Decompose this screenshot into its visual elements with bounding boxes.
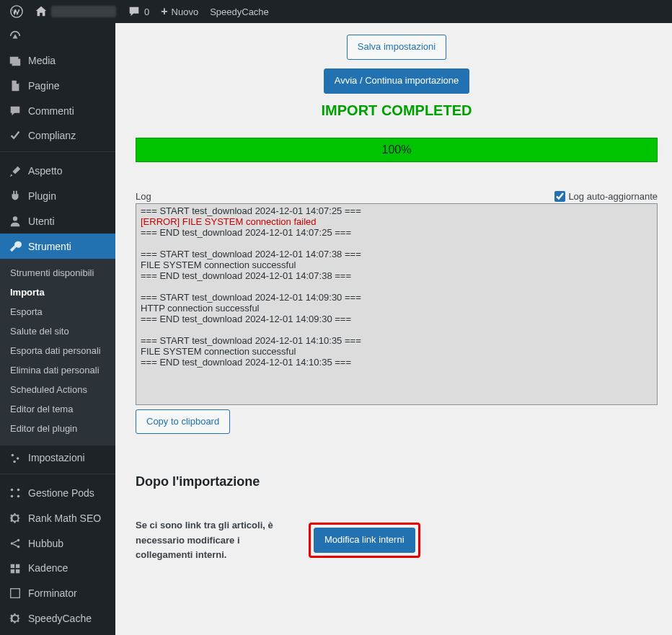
check-icon xyxy=(8,129,22,143)
sidebar-subitem-esporta[interactable]: Esporta xyxy=(0,302,115,321)
sidebar-item-forminator[interactable]: Forminator xyxy=(0,581,115,606)
log-line xyxy=(141,324,653,335)
sidebar-subitem-importa[interactable]: Importa xyxy=(0,283,115,302)
wordpress-icon xyxy=(10,5,23,18)
log-line: === END test_download 2024-12-01 14:10:3… xyxy=(141,357,653,368)
sidebar-item-gestione-pods[interactable]: Gestione Pods xyxy=(0,481,115,506)
svg-point-8 xyxy=(11,495,14,498)
log-output[interactable]: === START test_download 2024-12-01 14:07… xyxy=(136,203,658,405)
wp-logo-link[interactable] xyxy=(4,0,29,23)
sidebar-subitem-editor-del-plugin[interactable]: Editor del plugin xyxy=(0,419,115,438)
user-icon xyxy=(8,214,22,228)
share-icon xyxy=(8,536,22,550)
log-line: HTTP connection successful xyxy=(141,303,653,314)
form-icon xyxy=(8,587,22,600)
sidebar-subitem-strumenti-disponibili[interactable]: Strumenti disponibili xyxy=(0,263,115,283)
sidebar-item-label: Gestione Pods xyxy=(28,487,94,499)
media-icon xyxy=(8,54,22,68)
sidebar-item-label: Commenti xyxy=(28,105,74,117)
wrench-icon xyxy=(8,239,22,253)
gear-icon xyxy=(8,611,22,625)
dashboard-icon xyxy=(8,29,22,43)
log-line: === START test_download 2024-12-01 14:10… xyxy=(141,335,653,346)
sidebar-item-rank-math-seo[interactable]: Rank Math SEO xyxy=(0,505,115,530)
sidebar-item-post-smtp[interactable]: Post SMTP xyxy=(0,631,115,635)
svg-point-9 xyxy=(17,495,20,498)
svg-point-2 xyxy=(13,216,17,221)
log-auto-refresh-label: Log auto-aggiornante xyxy=(568,191,658,202)
svg-point-6 xyxy=(11,489,14,492)
sidebar-item-media[interactable]: Media xyxy=(0,48,115,74)
sidebar-item-label: Impostazioni xyxy=(28,452,85,463)
copy-clipboard-button[interactable]: Copy to clipboard xyxy=(136,409,230,435)
sidebar-item-pagine[interactable]: Pagine xyxy=(0,74,115,99)
log-line: === END test_download 2024-12-01 14:09:3… xyxy=(141,314,653,324)
log-line: === START test_download 2024-12-01 14:07… xyxy=(141,205,653,216)
sidebar-item-label: Plugin xyxy=(28,190,56,202)
svg-point-5 xyxy=(13,460,16,463)
menu-separator xyxy=(0,151,115,156)
sidebar-item-label: Forminator xyxy=(28,587,77,599)
import-status-text: IMPORT COMPLETED xyxy=(136,102,658,119)
main-content: Salva impostazioni Avvia / Continua impo… xyxy=(115,23,672,635)
plug-icon xyxy=(8,190,22,203)
svg-rect-15 xyxy=(11,569,14,573)
svg-rect-14 xyxy=(16,564,19,567)
sidebar-item-hubbub[interactable]: Hubbub xyxy=(0,530,115,556)
sidebar-subitem-elimina-dati-personali[interactable]: Elimina dati personali xyxy=(0,360,115,380)
save-settings-button[interactable]: Salva impostazioni xyxy=(347,35,446,60)
sidebar-item-aspetto[interactable]: Aspetto xyxy=(0,159,115,184)
svg-rect-16 xyxy=(16,569,19,573)
after-import-title: Dopo l'importazione xyxy=(136,474,658,489)
sidebar-item-plugin[interactable]: Plugin xyxy=(0,184,115,209)
log-auto-refresh-toggle[interactable]: Log auto-aggiornante xyxy=(554,191,658,202)
log-heading: Log xyxy=(136,191,151,202)
page-icon xyxy=(8,79,22,93)
sidebar-item-commenti[interactable]: Commenti xyxy=(0,98,115,123)
log-line xyxy=(141,238,653,249)
comments-link[interactable]: 0 xyxy=(122,0,155,23)
admin-toolbar: 0 + Nuovo SpeedyCache xyxy=(0,0,672,23)
grid-icon xyxy=(8,561,22,575)
admin-sidebar: MediaPagineCommentiComplianzAspettoPlugi… xyxy=(0,23,115,635)
svg-rect-13 xyxy=(11,564,14,567)
sidebar-item-speedycache[interactable]: SpeedyCache xyxy=(0,605,115,631)
speedycache-label: SpeedyCache xyxy=(210,6,269,17)
sidebar-submenu: Strumenti disponibiliImportaEsportaSalut… xyxy=(0,259,115,445)
sidebar-item-label: Complianz xyxy=(28,130,76,141)
log-auto-refresh-checkbox[interactable] xyxy=(554,191,565,202)
pods-icon xyxy=(8,487,22,500)
sidebar-item-strumenti[interactable]: Strumenti xyxy=(0,234,115,259)
speedycache-link[interactable]: SpeedyCache xyxy=(204,0,275,23)
sidebar-item-dashboard[interactable] xyxy=(0,23,115,48)
log-line: === END test_download 2024-12-01 14:07:2… xyxy=(141,227,653,238)
sidebar-subitem-esporta-dati-personali[interactable]: Esporta dati personali xyxy=(0,341,115,360)
sidebar-subitem-salute-del-sito[interactable]: Salute del sito xyxy=(0,321,115,341)
sidebar-item-label: SpeedyCache xyxy=(28,613,92,624)
new-content-link[interactable]: + Nuovo xyxy=(155,0,204,23)
brush-icon xyxy=(8,164,22,178)
sidebar-item-label: Hubbub xyxy=(28,538,63,549)
sidebar-item-label: Media xyxy=(28,55,56,66)
sidebar-item-kadence[interactable]: Kadence xyxy=(0,556,115,581)
fix-internal-links-button[interactable]: Modifica link interni xyxy=(314,528,415,553)
comment-icon xyxy=(8,104,22,117)
log-line: === START test_download 2024-12-01 14:09… xyxy=(141,292,653,303)
sidebar-subitem-scheduled-actions[interactable]: Scheduled Actions xyxy=(0,380,115,399)
sidebar-item-complianz[interactable]: Complianz xyxy=(0,123,115,148)
sidebar-item-utenti[interactable]: Utenti xyxy=(0,208,115,234)
sidebar-item-label: Utenti xyxy=(28,216,55,227)
svg-point-7 xyxy=(17,489,20,492)
log-line: FILE SYSTEM connection successful xyxy=(141,346,653,357)
site-title-redacted xyxy=(51,6,116,17)
log-line xyxy=(141,281,653,292)
comment-icon xyxy=(128,5,141,18)
start-import-button[interactable]: Avvia / Continua importazione xyxy=(324,68,469,94)
plus-icon: + xyxy=(161,5,167,18)
sidebar-item-impostazioni[interactable]: Impostazioni xyxy=(0,445,115,471)
sidebar-item-label: Pagine xyxy=(28,80,60,92)
menu-separator xyxy=(0,474,115,478)
sidebar-subitem-editor-del-tema[interactable]: Editor del tema xyxy=(0,399,115,419)
sidebar-item-label: Rank Math SEO xyxy=(28,512,101,524)
site-home-link[interactable] xyxy=(29,0,122,23)
